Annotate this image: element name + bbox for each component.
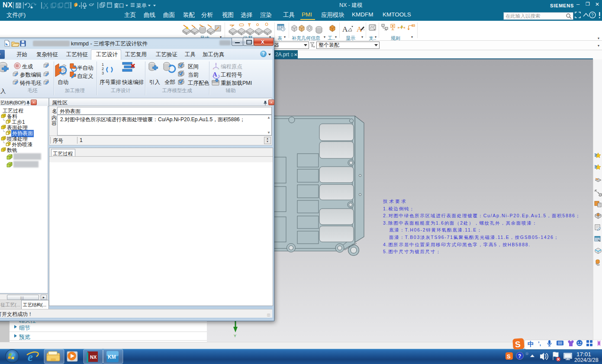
svg-text:Y: Y — [234, 334, 236, 338]
svg-text:NX: NX — [90, 354, 97, 360]
svg-text:KM: KM — [108, 354, 116, 360]
svg-text:17:01: 17:01 — [576, 351, 591, 358]
svg-text:3: 3 — [102, 71, 104, 75]
svg-text:S: S — [507, 353, 511, 360]
svg-text:菜单: 菜单 — [136, 3, 147, 9]
svg-text:窗口: 窗口 — [114, 3, 124, 9]
svg-text:ʼ,: ʼ, — [538, 340, 541, 347]
svg-text:入: 入 — [0, 88, 6, 94]
svg-text:☉: ☉ — [525, 352, 528, 356]
svg-text:1: 1 — [102, 62, 104, 67]
svg-text:2: 2 — [102, 67, 104, 71]
svg-text:S: S — [515, 340, 521, 349]
svg-text:2024/3/28: 2024/3/28 — [574, 357, 599, 363]
svg-text:?: ? — [591, 13, 594, 18]
svg-text:中: 中 — [528, 340, 534, 348]
svg-text:?: ? — [518, 353, 521, 359]
svg-text:A: A — [342, 25, 348, 33]
